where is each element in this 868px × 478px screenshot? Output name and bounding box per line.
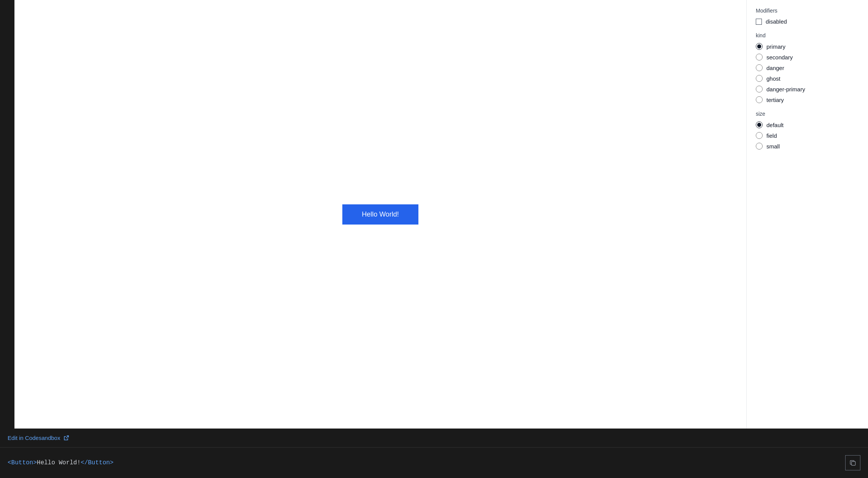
kind-section: kind primary secondary danger ghost dang… (756, 32, 859, 103)
size-section: size default field small (756, 111, 859, 150)
kind-tertiary-row: tertiary (756, 96, 859, 103)
size-default-radio[interactable] (756, 121, 763, 128)
kind-label: kind (756, 32, 859, 38)
kind-tertiary-label[interactable]: tertiary (766, 97, 784, 103)
edit-codesandbox-label: Edit in Codesandbox (8, 435, 60, 441)
code-content: Hello World! (37, 459, 81, 466)
size-small-radio[interactable] (756, 143, 763, 150)
kind-danger-radio[interactable] (756, 64, 763, 71)
kind-primary-radio[interactable] (756, 43, 763, 50)
size-label: size (756, 111, 859, 117)
bottom-bar: Edit in Codesandbox <Button>Hello World!… (0, 429, 868, 478)
kind-danger-row: danger (756, 64, 859, 71)
kind-danger-primary-label[interactable]: danger-primary (766, 86, 805, 92)
edit-bar: Edit in Codesandbox (0, 429, 868, 448)
size-small-label[interactable]: small (766, 143, 780, 150)
code-open-tag: <Button> (8, 459, 37, 466)
edit-codesandbox-link[interactable]: Edit in Codesandbox (8, 435, 69, 441)
size-small-row: small (756, 143, 859, 150)
kind-ghost-row: ghost (756, 75, 859, 82)
kind-danger-label[interactable]: danger (766, 65, 784, 71)
kind-danger-primary-row: danger-primary (756, 86, 859, 92)
code-close-tag: </Button> (81, 459, 113, 466)
kind-secondary-row: secondary (756, 54, 859, 61)
kind-secondary-label[interactable]: secondary (766, 54, 793, 61)
controls-panel: Modifiers disabled kind primary secondar… (746, 0, 868, 429)
left-sidebar (0, 0, 14, 429)
kind-ghost-radio[interactable] (756, 75, 763, 82)
size-default-row: default (756, 121, 859, 128)
disabled-label[interactable]: disabled (766, 18, 787, 25)
size-field-row: field (756, 132, 859, 139)
preview-button[interactable]: Hello World! (342, 204, 418, 225)
size-field-radio[interactable] (756, 132, 763, 139)
canvas-area: Hello World! (14, 0, 746, 429)
kind-ghost-label[interactable]: ghost (766, 75, 781, 82)
modifiers-label: Modifiers (756, 8, 859, 14)
kind-tertiary-radio[interactable] (756, 96, 763, 103)
modifiers-section: Modifiers disabled (756, 8, 859, 25)
disabled-row: disabled (756, 18, 859, 25)
code-snippet: <Button>Hello World!</Button> (8, 459, 113, 466)
copy-button[interactable] (845, 455, 860, 470)
size-field-label[interactable]: field (766, 132, 777, 139)
code-bar: <Button>Hello World!</Button> (0, 448, 868, 478)
kind-primary-row: primary (756, 43, 859, 50)
kind-primary-label[interactable]: primary (766, 43, 785, 50)
copy-icon (849, 459, 857, 467)
external-link-icon (63, 435, 69, 441)
disabled-checkbox[interactable] (756, 19, 762, 25)
kind-secondary-radio[interactable] (756, 54, 763, 61)
kind-danger-primary-radio[interactable] (756, 86, 763, 92)
svg-rect-0 (852, 462, 855, 465)
size-default-label[interactable]: default (766, 122, 784, 128)
